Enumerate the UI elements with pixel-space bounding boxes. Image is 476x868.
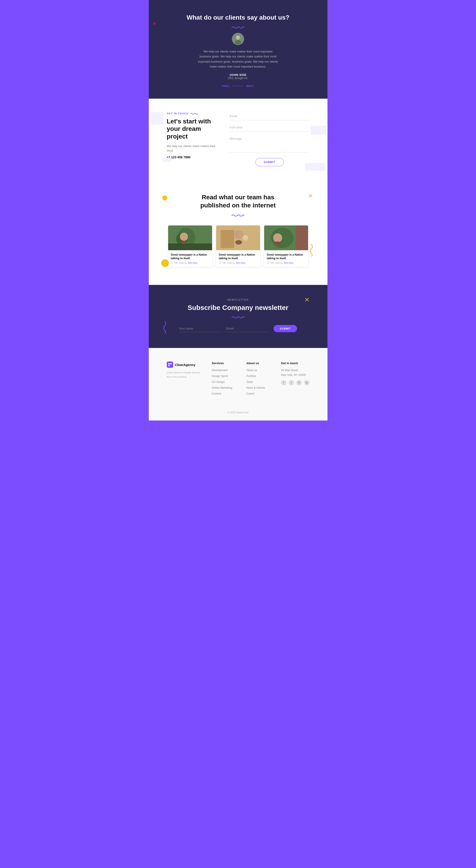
deco-bottom-right [305,163,325,171]
career-link[interactable]: Career [246,392,255,395]
blog-card-title: Good newspaper is a Nation talking to it… [171,253,209,260]
email-input[interactable] [230,112,309,120]
services-list: Development Design Sprint UX Design Onli… [212,368,238,396]
blog-image-3 [264,225,308,250]
service-development[interactable]: Development [212,369,228,372]
blog-title: Read what our team has published on the … [195,193,281,210]
svg-rect-6 [168,244,212,250]
blog-card-body: Good newspaper is a Nation talking to it… [264,250,308,267]
yellow-dot [162,195,167,200]
footer-inner: ClearAgency Lorem ipsum is simply dummy … [167,362,309,397]
newsletter-section: ✕ NEWSLETTER Subscribe Company newslette… [149,285,327,348]
footer-logo: ClearAgency [167,362,203,368]
contact-badge: GET IN TOUCH [167,112,216,115]
email-group [230,112,309,120]
contact-section: GET IN TOUCH Let's start with your dream… [149,99,327,180]
blog-image-1 [168,225,212,250]
svg-point-8 [181,241,187,244]
news-link[interactable]: News & Articles [246,386,265,390]
svg-point-19 [274,242,281,246]
svg-rect-16 [296,225,308,250]
footer-copyright: © 2020 SprintCube [167,406,309,414]
contact-phone: +1 123 456 7890 [167,155,216,159]
testimonial-body: We help our clients make realize their m… [198,49,278,69]
testimonial-title: What do our clients say about us? [158,13,319,22]
testimonial-name: JOHN DOE [158,73,319,76]
blog-date: 27 Feb, 2020 [171,262,184,264]
contact-desc: We help our clients make realize their m… [167,144,216,153]
services-title: Services [212,362,238,365]
brand-desc: Lorem ipsum is simply dummy text of the … [167,371,203,379]
about-link[interactable]: About us [246,369,257,372]
testimonial-section: What do our clients say about us? We hel… [149,0,327,99]
blog-author-link[interactable]: John Doe [236,262,245,264]
next-button[interactable]: NEXT [246,85,254,87]
fullname-input[interactable] [230,123,309,131]
svg-point-1 [236,36,240,40]
facebook-icon[interactable]: f [281,380,287,385]
service-ux-design[interactable]: UX Design [212,380,225,383]
svg-rect-20 [168,363,170,364]
portfolio-link[interactable]: Portfolio [246,375,256,378]
service-online-marketing[interactable]: Online Marketing [212,386,232,390]
deco-small [162,158,171,162]
dotted-ball [161,259,169,267]
newsletter-submit-button[interactable]: SUBMIT [274,325,297,332]
blog-card-image [264,225,308,250]
contact-title: Get in touch [281,362,309,365]
footer-address: 99 Wall StreetNew York, NY 10005 [281,368,309,377]
footer-brand: ClearAgency Lorem ipsum is simply dummy … [167,362,203,397]
blog-by: by [233,262,236,264]
contact-form: SUBMIT [230,112,309,166]
copyright-text: © 2020 SprintCube [228,411,248,414]
blog-image-2 [216,225,260,250]
newsletter-form: SUBMIT [167,325,309,332]
contact-submit-button[interactable]: SUBMIT [255,158,284,166]
service-design-sprint[interactable]: Design Sprint [212,375,228,378]
blog-card-meta: 27 Feb, 2020 by John Doe [171,262,209,264]
svg-point-2 [235,40,241,44]
newsletter-email-input[interactable] [226,325,269,332]
testimonial-navigation: PREV NEXT [158,85,319,87]
blog-card-title: Good newspaper is a Nation talking to it… [219,253,257,260]
wavy-decoration [231,26,245,28]
newsletter-title: Subscribe Company newsletter [167,304,309,311]
instagram-icon[interactable]: ig [304,380,309,385]
deco-left [151,112,163,125]
footer-contact: Get in touch 99 Wall StreetNew York, NY … [281,362,309,397]
message-group [230,135,309,154]
orange-x-icon: ✕ [308,193,313,199]
twitter-icon[interactable]: t [289,380,294,385]
svg-point-14 [243,235,248,241]
blog-date: 27 Feb, 2020 [219,262,232,264]
svg-rect-21 [170,363,172,364]
blog-by: by [280,262,284,264]
blog-card-title: Good newspaper is a Nation talking to it… [267,253,305,260]
contact-inner: GET IN TOUCH Let's start with your dream… [167,112,309,166]
blog-author-link[interactable]: John Doe [284,262,293,264]
footer-about: About us About us Portfolio Team News & … [246,362,272,397]
blog-card-meta: 27 Feb, 2020 by John Doe [219,262,257,264]
newsletter-squiggle [162,321,167,335]
contact-left-panel: GET IN TOUCH Let's start with your dream… [167,112,216,159]
blog-card: Good newspaper is a Nation talking to it… [168,225,212,267]
blog-author-link[interactable]: John Doe [188,262,198,264]
blog-cards-container: Good newspaper is a Nation talking to it… [167,225,309,267]
blog-card-image [168,225,212,250]
blog-date: 27 Feb, 2020 [267,262,280,264]
message-input[interactable] [230,135,309,153]
newsletter-wavy [231,315,245,318]
blog-card: Good newspaper is a Nation talking to it… [216,225,260,267]
badge-wavy [190,113,198,115]
blog-by: by [185,262,187,264]
team-link[interactable]: Team [246,380,253,383]
about-title: About us [246,362,272,365]
brand-name: ClearAgency [175,363,196,367]
contact-title: Let's start with your dream project [167,118,216,140]
newsletter-name-input[interactable] [179,325,222,332]
blog-wavy [231,214,245,216]
service-content[interactable]: Content [212,392,221,395]
prev-button[interactable]: PREV [222,85,230,87]
linkedin-icon[interactable]: in [296,380,302,385]
testimonial-role: CEO, Boogle Inc. [158,76,319,80]
